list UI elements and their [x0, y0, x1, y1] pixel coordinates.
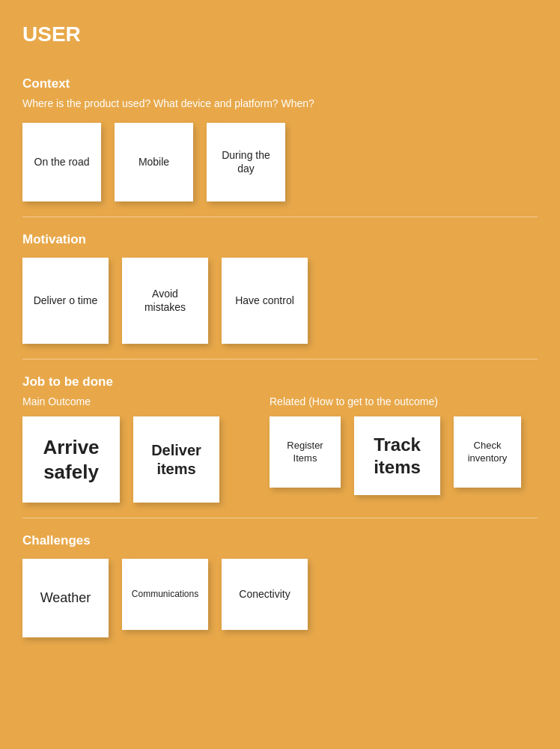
- challenges-notes-row: Weather Communications Conectivity: [22, 559, 538, 637]
- job-body: Main Outcome Arrive safely Deliver items…: [22, 395, 538, 503]
- context-notes-row: On the road Mobile During the day: [22, 123, 538, 201]
- note-track-items[interactable]: Track items: [354, 416, 440, 495]
- page-title: USER: [22, 22, 538, 46]
- motivation-notes-row: Deliver o time Avoid mistakes Have contr…: [22, 258, 538, 344]
- related-label: Related (How to get to the outcome): [270, 395, 538, 407]
- job-title: Job to be done: [22, 374, 538, 389]
- job-related-col: Related (How to get to the outcome) Regi…: [270, 395, 538, 495]
- main-outcome-label: Main Outcome: [22, 395, 247, 407]
- note-check-inventory[interactable]: Check inventory: [454, 416, 521, 488]
- note-during-the-day[interactable]: During the day: [207, 123, 285, 201]
- challenges-section: Challenges Weather Communications Conect…: [22, 518, 538, 652]
- related-notes: Register Items Track items Check invento…: [270, 416, 538, 495]
- job-main-col: Main Outcome Arrive safely Deliver items: [22, 395, 247, 503]
- main-card: USER Context Where is the product used? …: [0, 0, 560, 749]
- job-section: Job to be done Main Outcome Arrive safel…: [22, 360, 538, 518]
- note-register-items[interactable]: Register Items: [270, 416, 341, 488]
- context-subtitle: Where is the product used? What device a…: [22, 97, 538, 109]
- note-deliver-o-time[interactable]: Deliver o time: [22, 258, 109, 344]
- context-section: Context Where is the product used? What …: [22, 61, 538, 217]
- note-have-control[interactable]: Have control: [222, 258, 308, 344]
- context-title: Context: [22, 76, 538, 91]
- note-deliver-items[interactable]: Deliver items: [133, 416, 219, 503]
- note-arrive-safely[interactable]: Arrive safely: [22, 416, 120, 503]
- note-weather[interactable]: Weather: [22, 559, 109, 637]
- note-on-the-road[interactable]: On the road: [22, 123, 101, 201]
- note-conectivity[interactable]: Conectivity: [222, 559, 308, 630]
- motivation-title: Motivation: [22, 232, 538, 247]
- note-avoid-mistakes[interactable]: Avoid mistakes: [122, 258, 208, 344]
- main-outcome-notes: Arrive safely Deliver items: [22, 416, 247, 503]
- challenges-title: Challenges: [22, 533, 538, 548]
- motivation-section: Motivation Deliver o time Avoid mistakes…: [22, 217, 538, 360]
- note-communications[interactable]: Communications: [122, 559, 208, 630]
- note-mobile[interactable]: Mobile: [115, 123, 193, 201]
